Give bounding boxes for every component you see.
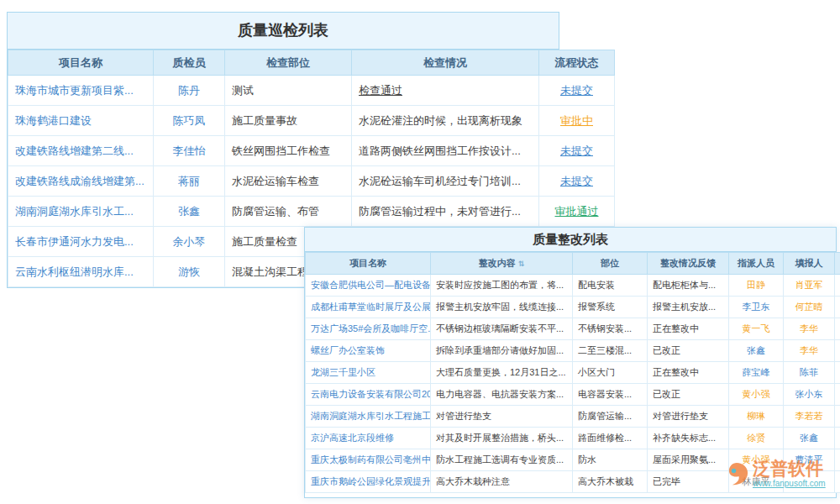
- cell-inspector[interactable]: 余小琴: [154, 227, 225, 257]
- cell-status[interactable]: 审批通过: [835, 406, 840, 428]
- cell-reporter[interactable]: 肖亚军: [784, 275, 835, 297]
- inspector-link[interactable]: 陈巧凤: [173, 114, 206, 127]
- cell-project[interactable]: 龙湖三千里小区: [306, 362, 431, 384]
- project-link[interactable]: 龙湖三千里小区: [311, 367, 375, 377]
- cell-project[interactable]: 京沪高速北京段维修: [306, 428, 431, 449]
- cell-assignee[interactable]: 张鑫: [729, 340, 784, 362]
- cell-project[interactable]: 万达广场35#会所及咖啡厅空...: [306, 318, 431, 340]
- status-link[interactable]: 未提交: [560, 144, 593, 157]
- cell-inspector[interactable]: 陈巧凤: [154, 106, 225, 136]
- cell-status[interactable]: 未提交: [539, 166, 615, 197]
- cell-status[interactable]: 未提交: [835, 362, 840, 384]
- project-link[interactable]: 改建铁路线增建第二线...: [15, 144, 134, 157]
- project-link[interactable]: 湖南洞庭湖水库引水工...: [15, 205, 134, 218]
- cell-inspector[interactable]: 张鑫: [154, 197, 225, 227]
- project-link[interactable]: 螺丝厂办公室装饰: [311, 345, 385, 355]
- cell-status[interactable]: 审批中: [539, 106, 615, 136]
- cell-status[interactable]: 未提交: [539, 136, 615, 166]
- assignee-link[interactable]: 柳琳: [747, 411, 765, 421]
- reporter-link[interactable]: 张鑫: [800, 433, 818, 443]
- project-link[interactable]: 成都杜甫草堂临时展厅及公展...: [311, 302, 431, 312]
- inspector-link[interactable]: 陈丹: [178, 84, 200, 97]
- cell-assignee[interactable]: 柳琳: [729, 406, 784, 428]
- cell-project[interactable]: 云南水利枢纽潜明水库...: [8, 257, 154, 287]
- status-link[interactable]: 未提交: [560, 175, 593, 187]
- cell-inspector[interactable]: 李佳怡: [154, 136, 225, 166]
- cell-assignee[interactable]: 黄一飞: [729, 318, 784, 340]
- cell-assignee[interactable]: 李卫东: [729, 297, 784, 318]
- status-link[interactable]: 未提交: [560, 84, 593, 97]
- inspector-link[interactable]: 李佳怡: [173, 144, 206, 157]
- project-link[interactable]: 改建铁路线成渝线增建第...: [15, 175, 144, 187]
- project-link[interactable]: 云南电力设备安装有限公司20...: [311, 389, 431, 399]
- cell-project[interactable]: 湖南洞庭湖水库引水工程施工标: [306, 406, 431, 428]
- project-link[interactable]: 万达广场35#会所及咖啡厅空...: [311, 323, 431, 333]
- cell-reporter[interactable]: 张小东: [784, 384, 835, 406]
- assignee-link[interactable]: 黄小强: [743, 389, 770, 399]
- reporter-link[interactable]: 陈菲: [800, 367, 818, 377]
- assignee-link[interactable]: 徐贤: [747, 433, 765, 443]
- assignee-link[interactable]: 李卫东: [743, 302, 770, 312]
- status-link[interactable]: 审批通过: [555, 205, 599, 218]
- cell-project[interactable]: 珠海市城市更新项目紫...: [8, 76, 154, 106]
- cell-status[interactable]: 审批通过: [835, 384, 840, 406]
- sort-icon[interactable]: ⇅: [518, 260, 525, 268]
- cell-project[interactable]: 湖南洞庭湖水库引水工...: [8, 197, 154, 227]
- assignee-link[interactable]: 张鑫: [747, 345, 765, 355]
- project-link[interactable]: 京沪高速北京段维修: [311, 433, 394, 443]
- cell-assignee[interactable]: 黄小强: [729, 384, 784, 406]
- inspector-link[interactable]: 游恢: [178, 265, 200, 278]
- cell-reporter[interactable]: 何芷晴: [784, 297, 835, 318]
- reporter-link[interactable]: 李若若: [795, 411, 823, 421]
- cell-project[interactable]: 重庆太极制药有限公司亳州中...: [306, 449, 431, 471]
- reporter-link[interactable]: 张小东: [795, 389, 823, 399]
- project-link[interactable]: 重庆市鹅岭公园绿化景观提升...: [311, 476, 431, 486]
- cell-assignee[interactable]: 徐贤: [729, 428, 784, 449]
- cell-project[interactable]: 改建铁路线增建第二线...: [8, 136, 154, 166]
- cell-assignee[interactable]: 薛宝峰: [729, 362, 784, 384]
- reporter-link[interactable]: 李华: [800, 345, 818, 355]
- cell-project[interactable]: 螺丝厂办公室装饰: [306, 340, 431, 362]
- project-link[interactable]: 珠海市城市更新项目紫...: [15, 84, 134, 97]
- cell-project[interactable]: 珠海鹤港口建设: [8, 106, 154, 136]
- cell-project[interactable]: 云南电力设备安装有限公司20...: [306, 384, 431, 406]
- cell-reporter[interactable]: 李华: [784, 318, 835, 340]
- reporter-link[interactable]: 何芷晴: [795, 302, 823, 312]
- cell-project[interactable]: 安徽合肥供电公司—配电设备...: [306, 275, 431, 297]
- inspector-link[interactable]: 张鑫: [178, 205, 200, 218]
- inspector-link[interactable]: 余小琴: [173, 235, 206, 248]
- cell-assignee[interactable]: 田静: [729, 275, 784, 297]
- cell-inspector[interactable]: 蒋丽: [154, 166, 225, 197]
- assignee-link[interactable]: 田静: [747, 280, 765, 290]
- cell-reporter[interactable]: 张鑫: [784, 428, 835, 449]
- cell-project[interactable]: 成都杜甫草堂临时展厅及公展...: [306, 297, 431, 318]
- cell-status[interactable]: 未提交: [835, 275, 840, 297]
- column-header-content[interactable]: 整改内容⇅: [431, 253, 573, 275]
- cell-inspector[interactable]: 游恢: [154, 257, 225, 287]
- project-link[interactable]: 珠海鹤港口建设: [15, 114, 92, 127]
- cell-reporter[interactable]: 李华: [784, 340, 835, 362]
- cell-status[interactable]: 未提交: [539, 76, 615, 106]
- cell-reporter[interactable]: 李若若: [784, 406, 835, 428]
- inspector-link[interactable]: 蒋丽: [178, 175, 200, 187]
- cell-status[interactable]: 审批通过: [835, 449, 840, 471]
- cell-status[interactable]: 审批通过: [835, 340, 840, 362]
- reporter-link[interactable]: 肖亚军: [795, 280, 823, 290]
- project-link[interactable]: 重庆太极制药有限公司亳州中...: [311, 454, 431, 465]
- cell-inspector[interactable]: 陈丹: [154, 76, 225, 106]
- cell-project[interactable]: 长春市伊通河水力发电...: [8, 227, 154, 257]
- project-link[interactable]: 湖南洞庭湖水库引水工程施工标: [311, 411, 431, 421]
- cell-status[interactable]: 审批通过: [835, 318, 840, 340]
- cell-status[interactable]: 审批通过: [835, 297, 840, 318]
- project-link[interactable]: 安徽合肥供电公司—配电设备...: [311, 280, 431, 290]
- cell-project[interactable]: 重庆市鹅岭公园绿化景观提升...: [306, 471, 431, 493]
- cell-status[interactable]: 审批通过: [835, 428, 840, 449]
- status-link[interactable]: 审批中: [560, 114, 593, 127]
- reporter-link[interactable]: 李华: [800, 323, 818, 333]
- project-link[interactable]: 长春市伊通河水力发电...: [15, 235, 134, 248]
- assignee-link[interactable]: 薛宝峰: [743, 367, 770, 377]
- cell-reporter[interactable]: 陈菲: [784, 362, 835, 384]
- cell-status[interactable]: 审批通过: [539, 197, 615, 227]
- cell-project[interactable]: 改建铁路线成渝线增建第...: [8, 166, 154, 197]
- project-link[interactable]: 云南水利枢纽潜明水库...: [15, 265, 134, 278]
